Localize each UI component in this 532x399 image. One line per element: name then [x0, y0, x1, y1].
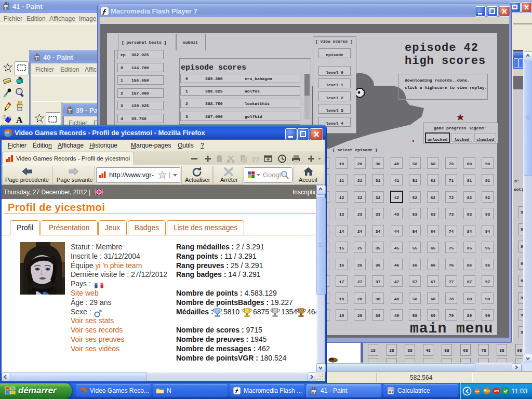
svg-text:ATI: ATI [494, 390, 499, 393]
